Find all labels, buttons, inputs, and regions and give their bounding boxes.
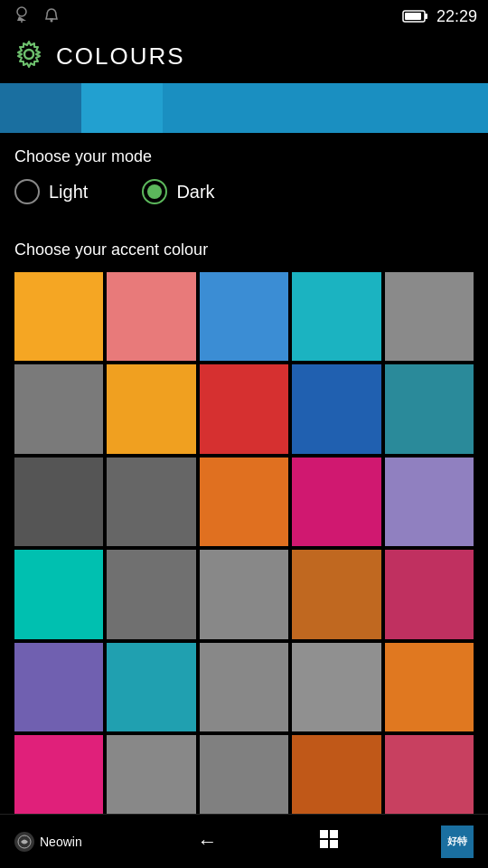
radio-circle-dark [142,179,167,204]
preview-block-1 [0,83,81,133]
color-swatch[interactable] [200,364,288,453]
color-swatch[interactable] [200,458,288,546]
nav-brand: Neowin [14,832,82,852]
color-swatch[interactable] [14,364,103,453]
mode-label: Choose your mode [14,147,474,166]
preview-area [0,83,488,133]
header: COLOURS [0,33,488,83]
svg-rect-5 [425,14,427,19]
radio-inner-dark [147,184,162,199]
color-swatch[interactable] [14,643,103,731]
notification-icon [14,6,34,26]
color-swatch[interactable] [107,458,195,546]
back-button[interactable]: ← [197,830,217,854]
color-swatch[interactable] [385,643,474,731]
gear-icon [14,40,43,72]
color-swatch[interactable] [385,550,474,638]
color-swatch[interactable] [200,735,288,824]
radio-dark[interactable]: Dark [142,179,214,204]
bell-icon [42,6,61,26]
color-swatch[interactable] [385,364,474,453]
color-swatch[interactable] [292,643,380,731]
color-swatch[interactable] [14,272,103,361]
color-swatch[interactable] [14,550,103,638]
battery-icon [402,9,429,24]
preview-block-2 [81,83,163,133]
status-icons [11,6,61,26]
brand-name: Neowin [40,835,82,849]
color-swatch[interactable] [292,735,380,824]
color-swatch[interactable] [14,458,103,546]
color-swatch[interactable] [200,643,288,731]
svg-rect-12 [330,840,338,848]
color-swatch[interactable] [107,364,195,453]
color-swatch[interactable] [292,272,380,361]
svg-rect-11 [320,840,328,848]
color-swatch[interactable] [200,550,288,638]
svg-rect-9 [320,830,328,838]
color-swatch[interactable] [292,550,380,638]
mode-radio-group: Light Dark [14,179,474,204]
status-bar: 22:29 [0,0,488,33]
radio-circle-light [14,179,40,204]
accent-label: Choose your accent colour [14,241,474,259]
page-title: COLOURS [56,42,185,71]
color-swatch[interactable] [200,272,288,361]
svg-rect-6 [405,13,421,20]
haote-logo: 好特 [441,826,474,858]
mode-section: Choose your mode Light Dark [0,133,488,212]
svg-point-0 [17,7,26,16]
brand-logo [14,832,34,852]
color-swatch[interactable] [385,735,474,824]
preview-block-3 [163,83,488,133]
radio-label-light: Light [49,182,88,203]
windows-button[interactable] [318,828,340,854]
color-swatch[interactable] [107,643,195,731]
bottom-nav: Neowin ← 好特 [0,814,488,868]
radio-label-dark: Dark [176,182,214,203]
color-swatch[interactable] [292,364,380,453]
color-swatch[interactable] [14,735,103,824]
status-time: 22:29 [436,7,477,26]
color-swatch[interactable] [385,458,474,546]
svg-point-3 [51,20,53,23]
accent-grid [14,272,474,824]
svg-rect-10 [330,830,338,838]
svg-point-7 [24,50,33,59]
radio-light[interactable]: Light [14,179,88,204]
color-swatch[interactable] [385,272,474,361]
color-swatch[interactable] [107,735,195,824]
color-swatch[interactable] [107,272,195,361]
accent-section: Choose your accent colour [0,212,488,835]
color-swatch[interactable] [107,550,195,638]
color-swatch[interactable] [292,458,380,546]
